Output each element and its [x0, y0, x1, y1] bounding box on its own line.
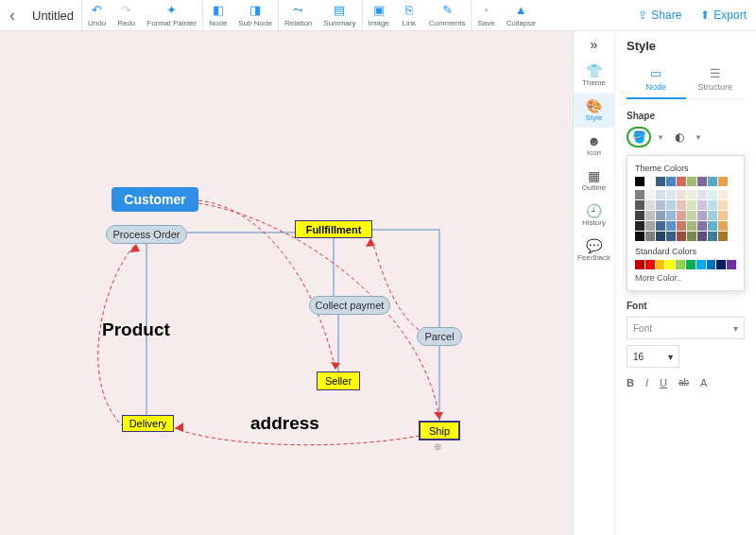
color-swatch[interactable] [635, 260, 644, 269]
color-swatch[interactable] [697, 232, 707, 241]
node-ship[interactable]: Ship [420, 422, 459, 440]
color-swatch[interactable] [645, 190, 655, 199]
color-swatch[interactable] [666, 177, 676, 186]
color-swatch[interactable] [697, 200, 707, 210]
color-swatch[interactable] [666, 200, 676, 210]
panel-collapse-button[interactable]: » [574, 31, 614, 58]
underline-button[interactable]: U [660, 377, 667, 388]
color-swatch[interactable] [635, 221, 644, 231]
color-swatch[interactable] [677, 221, 686, 231]
italic-button[interactable]: I [645, 377, 648, 388]
text-color-button[interactable]: A [700, 377, 707, 388]
color-swatch[interactable] [718, 232, 728, 241]
color-swatch[interactable] [708, 211, 717, 220]
color-swatch[interactable] [656, 190, 665, 199]
bold-button[interactable]: B [627, 377, 634, 388]
color-swatch[interactable] [687, 190, 696, 199]
color-swatch[interactable] [718, 190, 728, 199]
color-swatch[interactable] [708, 232, 717, 241]
color-swatch[interactable] [677, 177, 686, 186]
summary-button[interactable]: ▤Summary [318, 0, 361, 31]
color-swatch[interactable] [718, 200, 728, 210]
color-swatch[interactable] [656, 200, 665, 210]
rail-icon[interactable]: ☻Icon [574, 128, 615, 163]
color-swatch[interactable] [708, 200, 717, 210]
color-swatch[interactable] [645, 200, 655, 210]
color-swatch[interactable] [635, 232, 644, 241]
color-swatch[interactable] [645, 177, 655, 186]
node-fulfillment[interactable]: Fullfillment [295, 220, 372, 238]
color-swatch[interactable] [645, 260, 655, 269]
collapse-button[interactable]: ▲Collapse [501, 0, 541, 31]
color-swatch[interactable] [676, 260, 685, 269]
node-seller[interactable]: Seller [317, 371, 360, 390]
color-swatch[interactable] [697, 177, 707, 186]
doc-title[interactable]: Untitled [25, 9, 81, 23]
save-button[interactable]: ▪Save [472, 0, 500, 31]
add-child-handle[interactable]: ⊕ [434, 441, 441, 452]
undo-button[interactable]: ↶Undo [82, 0, 112, 31]
node-delivery[interactable]: Delivery [122, 415, 174, 432]
color-swatch[interactable] [666, 232, 676, 241]
color-swatch[interactable] [697, 221, 707, 231]
color-swatch[interactable] [718, 211, 728, 220]
color-swatch[interactable] [687, 200, 696, 210]
redo-button[interactable]: ↷Redo [112, 0, 141, 31]
color-swatch[interactable] [687, 177, 696, 186]
back-button[interactable]: ‹ [0, 6, 25, 26]
rail-theme[interactable]: 👕Theme [574, 58, 615, 93]
color-swatch[interactable] [686, 260, 696, 269]
color-swatch[interactable] [718, 221, 728, 231]
color-swatch[interactable] [635, 211, 644, 220]
rail-history[interactable]: 🕘History [574, 198, 615, 233]
diagram-canvas[interactable]: Customer Process Order Fullfillment Coll… [0, 31, 573, 535]
fill-color-button[interactable]: 🪣 [627, 127, 651, 147]
color-swatch[interactable] [716, 260, 726, 269]
color-swatch[interactable] [665, 260, 675, 269]
color-swatch[interactable] [697, 211, 707, 220]
node-button[interactable]: ◧Node [203, 0, 232, 31]
color-swatch[interactable] [708, 190, 717, 199]
color-swatch[interactable] [677, 200, 686, 210]
relation-button[interactable]: ⤳Relation [279, 0, 318, 31]
more-color-button[interactable]: More Color.. [635, 273, 736, 283]
color-swatch[interactable] [687, 211, 696, 220]
export-button[interactable]: ⬆Export [691, 9, 756, 22]
color-swatch[interactable] [645, 232, 655, 241]
color-swatch[interactable] [656, 177, 665, 186]
rail-style[interactable]: 🎨Style [574, 93, 615, 128]
color-swatch[interactable] [677, 211, 686, 220]
color-swatch[interactable] [635, 177, 644, 186]
color-swatch[interactable] [645, 211, 655, 220]
rail-feedback[interactable]: 💬Feedback [574, 233, 615, 268]
color-swatch[interactable] [697, 190, 707, 199]
comments-button[interactable]: ✎Comments [423, 0, 472, 31]
stroke-color-button[interactable]: ◐ [670, 129, 689, 146]
stroke-caret-icon[interactable]: ▼ [695, 133, 702, 142]
node-customer[interactable]: Customer [112, 187, 198, 212]
color-swatch[interactable] [707, 260, 716, 269]
subnode-button[interactable]: ◨Sub Node [232, 0, 278, 31]
image-button[interactable]: ▣Image [363, 0, 395, 31]
color-swatch[interactable] [656, 221, 665, 231]
font-family-select[interactable]: Font▾ [627, 317, 745, 339]
format-painter-button[interactable]: ✦Format Painter [141, 0, 202, 31]
label-address[interactable]: address [250, 413, 319, 434]
fill-caret-icon[interactable]: ▼ [657, 133, 664, 142]
share-button[interactable]: ⇪Share [628, 9, 691, 22]
color-swatch[interactable] [635, 200, 644, 210]
color-swatch[interactable] [666, 221, 676, 231]
color-swatch[interactable] [656, 211, 665, 220]
strike-button[interactable]: ab [679, 377, 689, 388]
color-swatch[interactable] [727, 260, 736, 269]
tab-structure[interactable]: ☰Structure [686, 62, 746, 98]
rail-outline[interactable]: ▦Outline [574, 163, 615, 198]
node-process-order[interactable]: Process Order [106, 225, 187, 244]
label-product[interactable]: Product [102, 319, 170, 340]
color-swatch[interactable] [635, 190, 644, 199]
color-swatch[interactable] [687, 232, 696, 241]
color-swatch[interactable] [708, 221, 717, 231]
color-swatch[interactable] [645, 221, 655, 231]
color-swatch[interactable] [656, 260, 665, 269]
color-swatch[interactable] [656, 232, 665, 241]
